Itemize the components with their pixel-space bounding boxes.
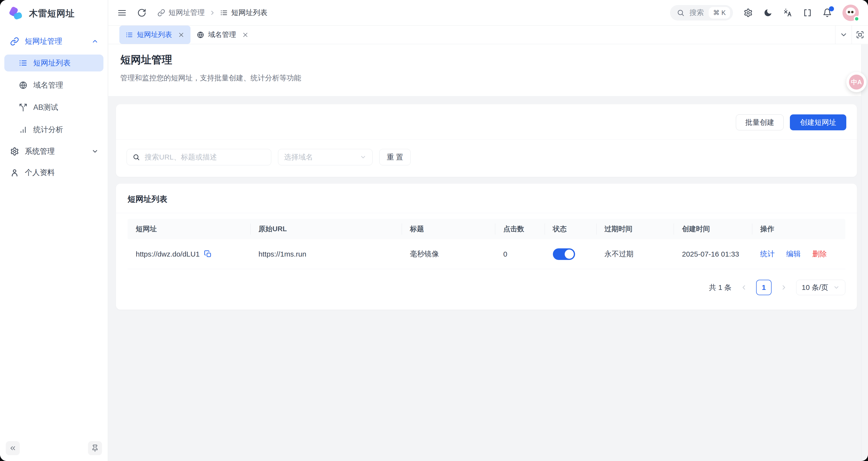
shorturl-list-card: 短网址列表 短网址 原始URL 标题 点击数 状态 过期时间 创建时间 操作 <box>116 184 857 310</box>
card-title: 短网址列表 <box>116 184 857 213</box>
settings-gear-icon[interactable] <box>744 8 753 18</box>
notifications-bell-icon[interactable] <box>823 8 832 18</box>
pagination: 共 1 条 1 10 条/页 <box>116 269 857 310</box>
sidebar-nav: 短网址管理 短网址列表 <box>0 23 108 438</box>
notification-dot <box>829 6 834 11</box>
column-header: 短网址 <box>128 224 250 234</box>
app-title: 木雷短网址 <box>29 7 75 20</box>
scrollbar-gutter[interactable] <box>861 45 868 461</box>
page-header: 短网址管理 管理和监控您的短网址，支持批量创建、统计分析等功能 <box>108 44 868 96</box>
app-logo-icon <box>8 6 23 21</box>
logo: 木雷短网址 <box>0 0 108 23</box>
tab-label: 短网址列表 <box>137 30 172 39</box>
pin-sidebar-button[interactable] <box>88 441 102 455</box>
next-page-icon[interactable] <box>780 284 787 291</box>
breadcrumb-item[interactable]: 短网址管理 <box>157 8 205 18</box>
fullscreen-icon[interactable] <box>803 8 812 18</box>
tab-domains[interactable]: 域名管理 <box>190 26 255 44</box>
gear-icon <box>10 147 19 156</box>
sidebar-group-label: 系统管理 <box>25 146 55 156</box>
pin-icon <box>91 444 99 452</box>
column-header: 过期时间 <box>596 224 674 234</box>
batch-create-button[interactable]: 批量创建 <box>736 114 784 130</box>
sidebar-item-profile[interactable]: 个人资料 <box>4 165 103 180</box>
page-size-select[interactable]: 10 条/页 <box>796 280 845 295</box>
search-icon <box>677 9 684 17</box>
sidebar-item-label: AB测试 <box>33 102 58 113</box>
topbar: 短网址管理 短网址列表 搜索 <box>108 0 868 26</box>
user-icon <box>10 168 19 177</box>
column-header: 点击数 <box>495 224 545 234</box>
edit-action-link[interactable]: 编辑 <box>786 249 801 259</box>
created-time: 2025-07-16 01:33 <box>682 250 739 258</box>
search-icon <box>133 153 140 161</box>
sidebar-item-label: 统计分析 <box>33 124 63 135</box>
sidebar-item-label: 个人资料 <box>25 168 55 178</box>
breadcrumb-item-current[interactable]: 短网址列表 <box>220 8 268 18</box>
page-subtitle: 管理和监控您的短网址，支持批量创建、统计分析等功能 <box>120 73 856 83</box>
delete-action-link[interactable]: 删除 <box>812 249 827 259</box>
page-number-button[interactable]: 1 <box>756 280 772 295</box>
close-icon[interactable] <box>242 32 248 38</box>
translate-floating-button[interactable]: 中A <box>846 72 867 92</box>
shorturl-table: 短网址 原始URL 标题 点击数 状态 过期时间 创建时间 操作 https:/… <box>128 219 845 269</box>
close-icon[interactable] <box>178 32 184 38</box>
refresh-icon[interactable] <box>137 8 146 18</box>
dark-mode-moon-icon[interactable] <box>763 8 773 18</box>
sidebar-group-shorturl[interactable]: 短网址管理 <box>4 33 103 49</box>
list-icon <box>220 9 228 17</box>
sidebar-item-shorturl-list[interactable]: 短网址列表 <box>4 55 103 71</box>
sidebar-item-label: 短网址列表 <box>33 58 71 68</box>
chevron-right-icon <box>209 9 216 16</box>
collapse-sidebar-button[interactable] <box>6 441 20 455</box>
clicks-count: 0 <box>503 250 507 258</box>
divider <box>116 213 857 213</box>
url-search-field[interactable] <box>127 149 271 165</box>
maximize-icon <box>856 31 864 39</box>
stats-action-link[interactable]: 统计 <box>760 249 775 259</box>
sidebar: 木雷短网址 短网址管理 <box>0 0 108 461</box>
translate-icon[interactable] <box>783 8 792 18</box>
reset-button[interactable]: 重 置 <box>379 149 411 165</box>
title-text: 毫秒镜像 <box>410 249 439 259</box>
create-shorturl-button[interactable]: 创建短网址 <box>790 114 846 130</box>
content: 批量创建 创建短网址 选择域名 <box>108 96 868 310</box>
link-icon <box>157 9 165 17</box>
sidebar-item-ab-test[interactable]: AB测试 <box>4 99 103 116</box>
chevron-up-icon <box>91 38 99 45</box>
link-icon <box>10 37 19 46</box>
tab-shorturl-list[interactable]: 短网址列表 <box>119 26 190 44</box>
hamburger-menu-icon[interactable] <box>117 8 127 18</box>
toolbar-actions: 批量创建 创建短网址 <box>116 104 857 140</box>
global-search-button[interactable]: 搜索 ⌘ K <box>670 5 733 21</box>
sidebar-item-label: 域名管理 <box>33 80 63 90</box>
column-header: 状态 <box>545 224 596 234</box>
column-header: 创建时间 <box>674 224 752 234</box>
short-url-text: https://dwz.do/dLU1 <box>136 250 199 258</box>
tab-list-dropdown-button[interactable] <box>835 26 851 44</box>
prev-page-icon[interactable] <box>740 284 747 291</box>
filter-row: 选择域名 重 置 <box>116 140 857 177</box>
chevron-down-icon <box>840 31 848 39</box>
sidebar-item-analytics[interactable]: 统计分析 <box>4 121 103 138</box>
search-label: 搜索 <box>689 8 704 18</box>
toolbar-card: 批量创建 创建短网址 选择域名 <box>116 104 857 177</box>
original-url-text: https://1ms.run <box>258 250 306 258</box>
translate-fab-icon: 中A <box>849 75 864 90</box>
user-avatar[interactable] <box>842 5 859 21</box>
globe-icon <box>19 81 28 90</box>
table-header-row: 短网址 原始URL 标题 点击数 状态 过期时间 创建时间 操作 <box>128 219 845 239</box>
domain-select[interactable]: 选择域名 <box>278 149 373 165</box>
maximize-content-button[interactable] <box>851 26 868 44</box>
sidebar-group-system[interactable]: 系统管理 <box>4 143 103 159</box>
url-search-input[interactable] <box>144 153 265 162</box>
copy-icon[interactable] <box>204 250 212 258</box>
sidebar-item-domains[interactable]: 域名管理 <box>4 77 103 94</box>
status-toggle[interactable] <box>553 248 575 260</box>
app-window: 木雷短网址 短网址管理 <box>0 0 868 461</box>
chevron-down-icon <box>360 154 367 161</box>
chevron-down-icon <box>833 284 840 291</box>
main-area: 短网址管理 短网址列表 搜索 <box>108 0 868 461</box>
page-title: 短网址管理 <box>120 53 856 67</box>
globe-icon <box>197 31 204 39</box>
